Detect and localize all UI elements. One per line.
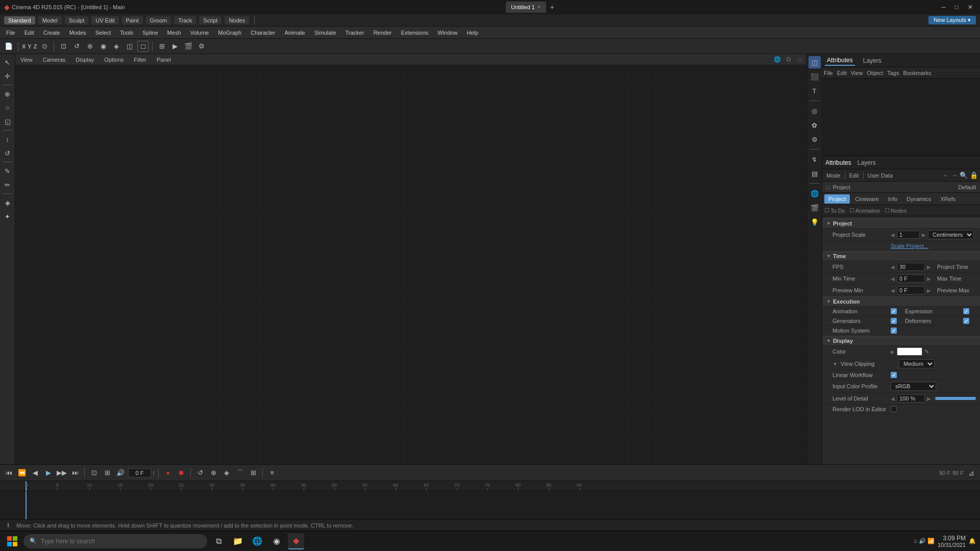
toolbar-file-icon[interactable]: 📄 bbox=[3, 41, 14, 52]
menu-extensions[interactable]: Extensions bbox=[397, 28, 432, 37]
lt-move-tool[interactable]: ✛ bbox=[2, 70, 14, 82]
obj-sub-object[interactable]: Object bbox=[867, 70, 883, 76]
lt-magnet-tool[interactable]: ↕ bbox=[2, 133, 14, 145]
menu-simulate[interactable]: Simulate bbox=[310, 28, 340, 37]
attr-tab-layers[interactable]: Layers bbox=[857, 159, 876, 166]
lt-paint-tool[interactable]: ✎ bbox=[2, 165, 14, 177]
tl-frame-input[interactable] bbox=[128, 468, 151, 478]
toolbar-select-icon[interactable]: ◻ bbox=[137, 41, 149, 52]
attr-forward-icon[interactable]: → bbox=[951, 171, 958, 179]
tl-more-icon[interactable]: ≡ bbox=[266, 467, 278, 479]
generators-checkbox[interactable]: ✓ bbox=[891, 318, 897, 324]
mode-script[interactable]: Script bbox=[199, 16, 222, 24]
objects-tab[interactable]: Attributes bbox=[825, 56, 855, 66]
attr-lock-icon[interactable]: 🔒 bbox=[970, 171, 978, 179]
si-bulb-icon[interactable]: 💡 bbox=[808, 216, 821, 228]
tl-key-icon[interactable]: ◈ bbox=[221, 467, 232, 479]
si-globe-icon[interactable]: 🌐 bbox=[808, 187, 821, 199]
tl-viewport-icon[interactable]: ⊡ bbox=[88, 467, 100, 479]
attr-tab-cineware[interactable]: Cineware bbox=[851, 194, 883, 204]
si-objects-icon[interactable]: ◫ bbox=[808, 56, 821, 68]
si-text-icon[interactable]: T bbox=[808, 85, 821, 97]
menu-animate[interactable]: Animate bbox=[280, 28, 309, 37]
toolbar-world-icon[interactable]: ⊙ bbox=[39, 41, 50, 52]
taskbar-chrome[interactable]: ◉ bbox=[268, 533, 285, 549]
si-film-icon[interactable]: 🎬 bbox=[808, 202, 821, 214]
fps-input[interactable] bbox=[897, 263, 925, 271]
section-execution[interactable]: ▼ Execution bbox=[822, 296, 980, 307]
fps-left-arrow[interactable]: ◀ bbox=[891, 264, 895, 270]
toolbar-transform-icon[interactable]: ⊡ bbox=[58, 41, 69, 52]
mode-sculpt[interactable]: Sculpt bbox=[65, 16, 89, 24]
menu-edit[interactable]: Edit bbox=[20, 28, 38, 37]
toolbar-scale-icon[interactable]: ⊕ bbox=[84, 41, 95, 52]
animation-checkbox[interactable]: ✓ bbox=[891, 308, 897, 314]
lod-right-arrow[interactable]: ▶ bbox=[927, 396, 931, 402]
mode-model[interactable]: Model bbox=[38, 16, 62, 24]
deformers-checkbox[interactable]: ✓ bbox=[963, 318, 969, 324]
mintime-left[interactable]: ◀ bbox=[891, 276, 895, 282]
prevmin-right[interactable]: ▶ bbox=[927, 288, 931, 293]
linear-workflow-checkbox[interactable]: ✓ bbox=[891, 372, 897, 378]
si-gear-icon[interactable]: ⚙ bbox=[808, 133, 821, 145]
mode-nodes[interactable]: Nodes bbox=[225, 16, 249, 24]
menu-help[interactable]: Help bbox=[462, 28, 482, 37]
close-button[interactable]: ✕ bbox=[965, 3, 976, 12]
timeline-track[interactable] bbox=[0, 491, 980, 519]
menu-create[interactable]: Create bbox=[39, 28, 64, 37]
tl-next-frame[interactable]: ▶▶ bbox=[56, 467, 67, 479]
si-target-icon[interactable]: ◎ bbox=[808, 105, 821, 117]
notification-icon[interactable]: 🔔 bbox=[969, 538, 976, 544]
viewport-icon-1[interactable]: 🌐 bbox=[773, 55, 782, 64]
toolbar-settings-icon[interactable]: ⚙ bbox=[196, 41, 207, 52]
mode-uv-edit[interactable]: UV Edit bbox=[91, 16, 118, 24]
section-project[interactable]: ▼ Project bbox=[822, 218, 980, 229]
taskbar-edge[interactable]: 🌐 bbox=[249, 533, 265, 549]
render-lod-checkbox[interactable] bbox=[891, 406, 897, 412]
expression-checkbox[interactable]: ✓ bbox=[963, 308, 969, 314]
toolbar-render-view-icon[interactable]: ⊞ bbox=[156, 41, 167, 52]
viewport-icon-3[interactable]: □ bbox=[795, 55, 804, 64]
lod-input[interactable] bbox=[897, 394, 925, 403]
lt-star-tool[interactable]: ✦ bbox=[2, 210, 14, 222]
mode-groom[interactable]: Groom bbox=[146, 16, 172, 24]
viewport-menu-display[interactable]: Display bbox=[72, 56, 97, 64]
mintime-right[interactable]: ▶ bbox=[927, 276, 931, 282]
menu-mograph[interactable]: MoGraph bbox=[214, 28, 246, 37]
si-layer-icon[interactable]: ▤ bbox=[808, 167, 821, 180]
takes-tab[interactable]: Layers bbox=[861, 56, 884, 65]
lod-left-arrow[interactable]: ◀ bbox=[891, 396, 895, 402]
tl-loop-icon[interactable]: ↺ bbox=[194, 467, 206, 479]
viewport-menu-options[interactable]: Options bbox=[101, 56, 127, 64]
lt-node-tool[interactable]: ◈ bbox=[2, 196, 14, 209]
attr-tab-dynamics[interactable]: Dynamics bbox=[902, 194, 935, 204]
section-display[interactable]: ▼ Display bbox=[822, 336, 980, 346]
lt-rect-tool[interactable]: ◱ bbox=[2, 115, 14, 128]
prevmin-left[interactable]: ◀ bbox=[891, 288, 895, 293]
tl-to-start[interactable]: ⏮ bbox=[3, 467, 14, 479]
attr-tb-userdata[interactable]: User Data bbox=[866, 171, 895, 180]
taskbar-c4d[interactable]: ◆ bbox=[288, 533, 304, 549]
menu-select[interactable]: Select bbox=[91, 28, 115, 37]
tl-rec-active[interactable]: ⏺ bbox=[176, 467, 187, 479]
menu-file[interactable]: File bbox=[2, 28, 19, 37]
attr-subtab-nodes[interactable]: ☐ Nodes bbox=[885, 207, 907, 214]
attr-tb-edit[interactable]: Edit bbox=[847, 171, 861, 180]
tl-expand-icon[interactable]: ⊿ bbox=[966, 467, 977, 479]
tl-prev-frame[interactable]: ◀ bbox=[30, 467, 41, 479]
color-edit-icon[interactable]: ✎ bbox=[924, 348, 929, 355]
lt-create-tool[interactable]: ⊕ bbox=[2, 88, 14, 100]
mode-paint[interactable]: Paint bbox=[122, 16, 143, 24]
viewport-menu-filter[interactable]: Filter bbox=[131, 56, 149, 64]
si-plant-icon[interactable]: ✿ bbox=[808, 119, 821, 131]
fps-right-arrow[interactable]: ▶ bbox=[927, 264, 931, 270]
tl-curve-icon[interactable]: ⌒ bbox=[234, 467, 246, 479]
obj-sub-tags[interactable]: Tags bbox=[887, 70, 899, 76]
section-time[interactable]: ▼ Time bbox=[822, 251, 980, 261]
viewport-icon-2[interactable]: ⌬ bbox=[784, 55, 793, 64]
min-time-input[interactable] bbox=[897, 274, 925, 283]
attr-tb-mode[interactable]: Mode bbox=[824, 171, 843, 180]
attr-tab-info[interactable]: Info bbox=[884, 194, 901, 204]
tl-to-end[interactable]: ⏭ bbox=[69, 467, 81, 479]
obj-sub-view[interactable]: View bbox=[851, 70, 863, 76]
